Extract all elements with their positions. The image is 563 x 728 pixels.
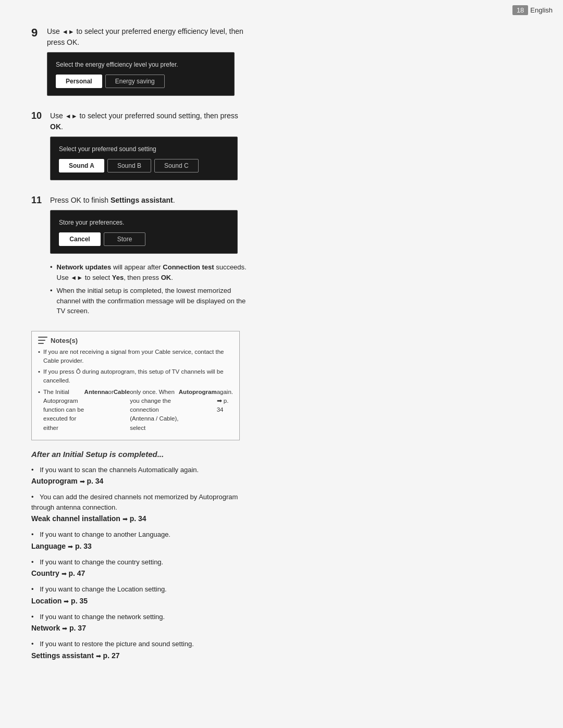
after-setup-item-4: If you want to change the country settin…: [31, 557, 250, 579]
settings-assistant-link: Settings assistant ➡ p. 27: [31, 650, 250, 661]
after-setup-item-2: You can add the desired channels not mem…: [31, 492, 250, 524]
page-number: 18: [512, 5, 528, 15]
after-setup-item-7: If you want to restore the picture and s…: [31, 639, 250, 661]
page-header: 18 English: [512, 5, 553, 15]
bullet-network-updates: Network updates will appear after Connec…: [50, 262, 250, 282]
step-11-number: 11: [31, 195, 50, 206]
note-2: If you press Ô during autoprogram, this …: [38, 367, 233, 386]
main-content: 9 Use ◄► to select your preferred energy…: [0, 0, 282, 687]
sound-b-button[interactable]: Sound B: [107, 159, 151, 172]
step-9-text: Use ◄► to select your preferred energy e…: [47, 26, 250, 104]
after-setup-item-1: If you want to scan the channels Automat…: [31, 465, 250, 487]
energy-box: Select the energy efficiency level you p…: [47, 52, 235, 96]
autoprogram-link: Autoprogram ➡ p. 34: [31, 476, 250, 487]
store-button[interactable]: Store: [104, 232, 145, 246]
step-9-number: 9: [31, 26, 47, 40]
after-setup-items: If you want to scan the channels Automat…: [31, 465, 250, 661]
step-10-arrow: ◄►: [65, 113, 78, 120]
sound-box: Select your preferred sound setting Soun…: [50, 137, 238, 180]
step-9: 9 Use ◄► to select your preferred energy…: [31, 26, 250, 104]
after-setup-item-3: If you want to change to another Languag…: [31, 529, 250, 552]
step-11: 11 Press OK to finish Settings assistant…: [31, 195, 250, 324]
location-arrow: ➡: [64, 598, 69, 605]
bullet-2-text: When the initial setup is completed, the…: [57, 286, 250, 316]
sound-box-buttons: Sound A Sound B Sound C: [59, 159, 229, 172]
step-10-ok: OK: [50, 122, 61, 131]
step-10-text: Use ◄► to select your preferred sound se…: [50, 110, 250, 189]
network-link: Network ➡ p. 37: [31, 623, 250, 634]
personal-button[interactable]: Personal: [56, 75, 102, 88]
store-box-title: Store your preferences.: [59, 218, 229, 227]
settings-assistant-label: Settings assistant: [111, 196, 173, 204]
language-arrow: ➡: [68, 543, 73, 550]
notes-section: Notes(s) If you are not receiving a sign…: [31, 331, 240, 440]
step-10: 10 Use ◄► to select your preferred sound…: [31, 110, 250, 189]
notes-header: Notes(s): [38, 337, 233, 344]
step-11-text: Press OK to finish Settings assistant. S…: [50, 195, 250, 324]
cancel-button[interactable]: Cancel: [59, 232, 101, 246]
language-link: Language ➡ p. 33: [31, 541, 250, 552]
autoprogram-arrow: ➡: [80, 478, 85, 485]
after-setup-item-6: If you want to change the network settin…: [31, 612, 250, 634]
notes-label: Notes(s): [51, 337, 78, 344]
note-1: If you are not receiving a signal from y…: [38, 348, 233, 366]
country-arrow: ➡: [62, 570, 67, 577]
step-9-arrow: ◄►: [62, 28, 75, 35]
step-10-number: 10: [31, 110, 50, 122]
after-setup-item-5: If you want to change the Location setti…: [31, 584, 250, 607]
weak-channel-link: Weak channel installation ➡ p. 34: [31, 513, 250, 524]
sound-box-title: Select your preferred sound setting: [59, 144, 229, 154]
network-arrow: ➡: [62, 625, 67, 632]
store-box-buttons: Cancel Store: [59, 232, 229, 246]
bullet-1-text: Network updates will appear after Connec…: [57, 262, 247, 282]
note-3: The Initial Autoprogram function can be …: [38, 388, 233, 433]
notes-icon: [38, 337, 47, 344]
weak-channel-arrow: ➡: [123, 515, 128, 523]
notes-list: If you are not receiving a signal from y…: [38, 348, 233, 433]
sound-c-button[interactable]: Sound C: [154, 159, 199, 172]
store-box: Store your preferences. Cancel Store: [50, 210, 238, 254]
step-11-bullets: Network updates will appear after Connec…: [50, 262, 250, 316]
sound-a-button[interactable]: Sound A: [59, 159, 104, 172]
location-link: Location ➡ p. 35: [31, 596, 250, 607]
page-language: English: [530, 6, 553, 14]
after-setup-title: After an Initial Setup is completed...: [31, 450, 250, 459]
country-link: Country ➡ p. 47: [31, 568, 250, 579]
energy-saving-button[interactable]: Energy saving: [105, 75, 165, 88]
settings-assistant-arrow: ➡: [96, 652, 101, 660]
bullet-initial-setup: When the initial setup is completed, the…: [50, 286, 250, 316]
energy-box-buttons: Personal Energy saving: [56, 75, 226, 88]
energy-box-title: Select the energy efficiency level you p…: [56, 60, 226, 69]
